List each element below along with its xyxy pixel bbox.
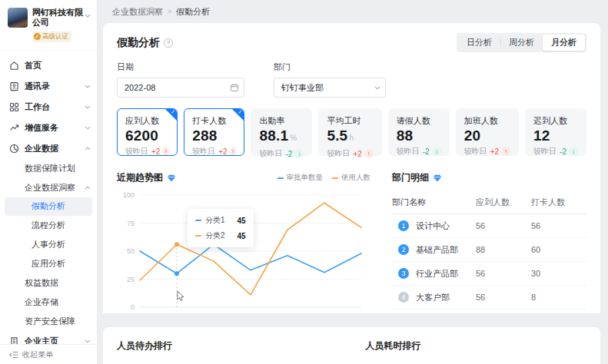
chevron-down-icon — [85, 339, 91, 343]
dept-name: 大客户部 — [416, 292, 450, 303]
breadcrumb-parent[interactable]: 企业数据洞察 — [112, 6, 163, 18]
sidebar-item-home[interactable]: 首页 — [0, 55, 97, 76]
arrow-up-icon: ↑ — [364, 149, 374, 158]
department-select[interactable]: 钉钉事业部 — [274, 78, 386, 98]
dept-expected: 56 — [476, 293, 531, 302]
verified-check-icon: ✓ — [34, 33, 41, 40]
dept-expected: 56 — [476, 221, 531, 230]
sidebar-item-enterprise-homepage[interactable]: 企业主页 — [0, 331, 97, 345]
table-row: 4大客户部 56 8 — [392, 286, 586, 309]
sidebar-item-data-guarantee[interactable]: 数据保障计划 — [0, 159, 97, 178]
breadcrumb-separator: > — [168, 8, 171, 15]
org-switcher[interactable]: 网钉科技有限公司 ✓ 高级认证 — [0, 0, 97, 51]
trend-up-icon — [9, 123, 19, 133]
todo-ranking-section: 人员待办排行 — [103, 327, 352, 364]
y-tick-label: 100 — [123, 191, 135, 199]
stat-card-overtime[interactable]: 加班人数 20 较昨日+2↑ — [456, 108, 519, 156]
trend-chart[interactable]: 025507510008-0108-0208-0308-0408-0508-06… — [117, 187, 370, 313]
sidebar-item-attendance-analysis[interactable]: 假勤分析 — [5, 197, 92, 216]
sidebar-item-label: 应用分析 — [32, 258, 91, 270]
tab-day-analysis[interactable]: 日分析 — [458, 35, 500, 51]
stat-label: 应到人数 — [125, 115, 169, 127]
arrow-down-icon: ↓ — [432, 147, 441, 156]
delta-value: +2 — [353, 150, 361, 158]
rank-badge: 4 — [398, 292, 409, 303]
dept-expected: 56 — [476, 269, 531, 278]
collapse-menu-button[interactable]: 收起菜单 — [0, 344, 97, 364]
dept-name: 设计中心 — [416, 220, 450, 232]
trend-chart-block: 近期趋势图 审批单数量 使用人数 025507510008-0108-0208-… — [117, 171, 370, 313]
data-point-marker — [174, 271, 179, 276]
collapse-menu-label: 收起菜单 — [22, 349, 53, 360]
sidebar-item-workbench[interactable]: 工作台 — [0, 97, 97, 117]
stat-card-avg-hours[interactable]: 平均工时 5.5h 较昨日+2↑ — [318, 108, 381, 156]
tooltip-value: 45 — [238, 217, 246, 225]
y-tick-label: 75 — [127, 220, 135, 227]
stat-card-attendance-rate[interactable]: 出勤率 88.1% 较昨日-2↓ — [251, 108, 312, 156]
legend-label: 使用人数 — [341, 173, 370, 183]
tab-week-analysis[interactable]: 周分析 — [500, 35, 543, 51]
breadcrumb-current: 假勤分析 — [176, 6, 210, 18]
table-header-row: 部门名称 应到人数 打卡人数 — [392, 190, 586, 214]
arrow-up-icon: ↑ — [230, 147, 237, 156]
chart-tooltip: 分类145 分类245 — [188, 209, 254, 247]
calendar-icon — [230, 83, 239, 92]
sidebar-item-contacts[interactable]: 通讯录 — [0, 76, 97, 97]
dept-expected: 88 — [476, 245, 531, 254]
help-icon[interactable]: ? — [164, 38, 173, 48]
sidebar-item-hr-analysis[interactable]: 人事分析 — [0, 235, 97, 254]
department-select-value: 钉钉事业部 — [281, 82, 324, 94]
tooltip-label: 分类2 — [205, 230, 225, 241]
chevron-down-icon — [374, 86, 380, 90]
rank-badge: 3 — [398, 268, 409, 279]
sidebar-item-value-services[interactable]: 增值服务 — [0, 117, 97, 138]
stat-cards: ✓ 应到人数 6200 较昨日+2↑ ✓ 打卡人数 288 较昨日+2↑ 出勤率… — [117, 108, 586, 156]
arrow-down-icon: ↓ — [569, 147, 578, 156]
table-row: 1设计中心 56 56 — [392, 214, 586, 238]
stat-card-leave[interactable]: 请假人数 88 较昨日-2↓ — [388, 108, 450, 156]
legend-item-approvals[interactable]: 审批单数量 — [277, 173, 324, 183]
sidebar-item-label: 企业存储 — [25, 296, 91, 308]
sidebar-item-rights-data[interactable]: 权益数据 — [0, 273, 97, 293]
tooltip-dash — [195, 220, 201, 221]
chevron-down-icon — [85, 84, 91, 88]
stat-value: 12 — [533, 127, 550, 144]
stat-unit: % — [290, 134, 297, 142]
trend-chart-svg[interactable]: 025507510008-0108-0208-0308-0408-0508-06 — [117, 187, 370, 313]
analysis-granularity-tabs: 日分析 周分析 月分析 — [457, 33, 586, 52]
main-area: 企业数据洞察 > 假勤分析 假勤分析 ? 日分析 周分析 月分析 日期 — [98, 0, 608, 364]
table-row: 5产品运营部 56 8 — [392, 309, 586, 313]
chevron-up-icon — [85, 186, 91, 190]
stat-card-checkin[interactable]: ✓ 打卡人数 288 较昨日+2↑ — [184, 108, 244, 156]
arrow-up-icon: ↑ — [501, 147, 510, 156]
delta-label: 较昨日 — [259, 148, 282, 159]
sidebar-item-asset-security[interactable]: 资产安全保障 — [0, 312, 97, 331]
building-icon — [9, 336, 19, 345]
stat-value: 6200 — [125, 127, 158, 144]
tab-month-analysis[interactable]: 月分析 — [543, 35, 585, 51]
org-name: 网钉科技有限公司 — [32, 8, 85, 28]
sidebar-item-process-analysis[interactable]: 流程分析 — [0, 216, 97, 235]
sidebar-item-data-insight[interactable]: 企业数据洞察 — [0, 178, 97, 197]
org-badge-label: 高级认证 — [42, 32, 68, 41]
sidebar-item-label: 增值服务 — [25, 122, 85, 134]
check-icon: ✓ — [171, 109, 175, 115]
mouse-cursor-icon — [174, 290, 185, 303]
gem-icon — [167, 174, 176, 182]
stat-label: 请假人数 — [397, 115, 441, 127]
stat-card-late[interactable]: 迟到人数 12 较昨日-2↓ — [525, 108, 586, 156]
sidebar-item-label: 权益数据 — [25, 277, 91, 289]
stat-value: 20 — [464, 127, 481, 144]
sidebar-item-label: 企业数据洞察 — [25, 182, 85, 194]
data-point-marker — [174, 242, 179, 247]
delta-label: 较昨日 — [192, 146, 215, 156]
sidebar-item-enterprise-data[interactable]: 企业数据 — [0, 138, 97, 159]
department-detail-block: 部门明细 部门名称 应到人数 打卡人数 1设计中心 56 56 — [392, 171, 586, 313]
date-input[interactable] — [117, 78, 244, 98]
stat-card-expected[interactable]: ✓ 应到人数 6200 较昨日+2↑ — [117, 108, 178, 156]
chevron-down-icon — [85, 105, 91, 109]
sidebar-item-enterprise-storage[interactable]: 企业存储 — [0, 293, 97, 312]
department-table: 部门名称 应到人数 打卡人数 1设计中心 56 56 2基础产品部 88 — [392, 190, 586, 313]
sidebar-item-app-analysis[interactable]: 应用分析 — [0, 254, 97, 273]
legend-item-users[interactable]: 使用人数 — [332, 173, 370, 183]
